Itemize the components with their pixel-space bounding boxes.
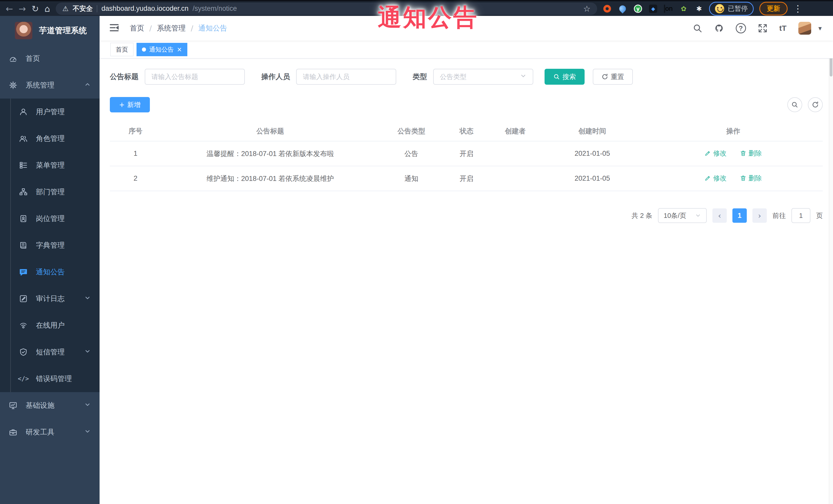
page-content: 公告标题 操作人员 类型 公告类型 搜索	[100, 58, 833, 504]
page-size-select[interactable]: 10条/页	[658, 208, 707, 223]
operator-filter-input[interactable]	[296, 69, 396, 85]
browser-update-button[interactable]: 更新	[759, 2, 788, 16]
type-filter-select[interactable]: 公告类型	[433, 69, 533, 85]
url-host: dashboard.yudao.iocoder.cn	[101, 5, 188, 13]
sidebar-item-roles[interactable]: 角色管理	[0, 125, 100, 152]
tab-notice[interactable]: 通知公告 ×	[137, 43, 187, 56]
close-icon[interactable]: ×	[177, 46, 182, 53]
forward-icon[interactable]: →	[19, 4, 26, 13]
search-icon[interactable]	[693, 23, 703, 33]
search-form: 公告标题 操作人员 类型 公告类型 搜索	[110, 69, 823, 85]
profile-chip[interactable]: 已暂停	[709, 2, 754, 16]
type-select-placeholder: 公告类型	[440, 72, 467, 81]
sidebar-item-users[interactable]: 用户管理	[0, 99, 100, 125]
extension-icon[interactable]	[618, 4, 627, 13]
sidebar-item-sms[interactable]: 短信管理	[0, 339, 100, 365]
edit-link[interactable]: 修改	[705, 174, 727, 183]
extension-icon[interactable]	[603, 4, 612, 13]
goto-page-input[interactable]	[791, 208, 810, 223]
caret-down-icon[interactable]: ▾	[818, 24, 822, 32]
sidebar-item-label: 用户管理	[36, 107, 65, 117]
profile-status-label: 已暂停	[728, 4, 748, 13]
sidebar-item-home[interactable]: 首页	[0, 45, 100, 72]
delete-link[interactable]: 删除	[740, 174, 762, 183]
toggle-search-button[interactable]	[787, 97, 802, 112]
total-count: 共 2 条	[632, 211, 652, 220]
next-page-button[interactable]: ›	[753, 208, 767, 223]
sidebar-item-audit-log[interactable]: 审计日志	[0, 285, 100, 312]
refresh-table-button[interactable]	[808, 97, 823, 112]
sidebar-item-label: 菜单管理	[36, 160, 65, 170]
github-icon[interactable]	[714, 23, 724, 33]
cell-creator	[490, 166, 541, 191]
sidebar-item-label: 基础设施	[26, 401, 54, 410]
tags-view-bar: 首页 通知公告 ×	[100, 41, 833, 58]
refresh-icon	[812, 101, 819, 108]
tab-home[interactable]: 首页	[110, 43, 134, 56]
col-creator: 创建者	[490, 121, 541, 141]
extension-icon[interactable]: y	[634, 4, 642, 13]
window-scrollbar[interactable]	[829, 16, 833, 504]
refresh-icon	[601, 73, 608, 80]
font-size-icon[interactable]: tT	[779, 24, 787, 32]
sidebar-item-dict[interactable]: 字典管理	[0, 232, 100, 259]
table-toolbar: + 新增	[110, 97, 823, 113]
bookmark-star-icon[interactable]: ☆	[583, 4, 591, 14]
extension-icon[interactable]: on	[664, 4, 673, 13]
sidebar-item-dev-tools[interactable]: 研发工具	[0, 419, 100, 446]
sidebar-item-notice[interactable]: 通知公告	[0, 259, 100, 285]
extension-icon[interactable]: ✿	[679, 4, 688, 13]
search-button[interactable]: 搜索	[545, 69, 585, 85]
delete-link[interactable]: 删除	[740, 149, 762, 158]
sidebar-item-system[interactable]: 系统管理	[0, 72, 100, 99]
sidebar-item-infrastructure[interactable]: 基础设施	[0, 392, 100, 419]
title-filter-input[interactable]	[145, 69, 245, 85]
prev-page-button[interactable]: ‹	[712, 208, 727, 223]
title-filter-label: 公告标题	[110, 72, 139, 81]
address-separator	[97, 5, 97, 12]
reload-icon[interactable]: ↻	[31, 4, 39, 13]
app-title: 芋道管理系统	[39, 25, 87, 36]
breadcrumb-home[interactable]: 首页	[130, 23, 144, 33]
home-icon[interactable]: ⌂	[45, 4, 50, 13]
shield-check-icon	[19, 347, 28, 357]
sidebar-item-error-codes[interactable]: </> 错误码管理	[0, 365, 100, 392]
chevron-down-icon	[84, 428, 91, 436]
sidebar-item-posts[interactable]: 岗位管理	[0, 205, 100, 232]
sidebar-item-label: 字典管理	[36, 240, 65, 250]
cell-type: 公告	[379, 141, 444, 166]
extensions-puzzle-icon[interactable]: ✱	[695, 4, 704, 13]
sidebar-item-menus[interactable]: 菜单管理	[0, 152, 100, 178]
chevron-down-icon	[695, 213, 701, 219]
sidebar-item-label: 系统管理	[26, 80, 54, 90]
add-button[interactable]: + 新增	[110, 97, 150, 113]
app-logo-row[interactable]: 芋道管理系统	[0, 16, 100, 45]
not-secure-warning-icon: ⚠	[62, 5, 69, 13]
cell-index: 2	[110, 166, 161, 191]
reset-button[interactable]: 重置	[593, 69, 633, 85]
online-users-icon	[19, 320, 28, 330]
browser-menu-icon[interactable]: ⋮	[793, 3, 803, 14]
sidebar-collapse-icon[interactable]	[109, 23, 120, 33]
table-row[interactable]: 1 温馨提醒：2018-07-01 若依新版本发布啦 公告 开启 2021-01…	[110, 141, 823, 166]
extension-icon[interactable]: ◆	[649, 5, 657, 13]
table-row[interactable]: 2 维护通知：2018-07-01 若依系统凌晨维护 通知 开启 2021-01…	[110, 166, 823, 191]
sidebar-item-label: 错误码管理	[36, 374, 72, 384]
sidebar-item-online-users[interactable]: 在线用户	[0, 312, 100, 339]
sidebar-item-departments[interactable]: 部门管理	[0, 178, 100, 205]
fullscreen-icon[interactable]	[758, 23, 767, 33]
sidebar-item-label: 角色管理	[36, 134, 65, 143]
cell-title: 温馨提醒：2018-07-01 若依新版本发布啦	[161, 141, 379, 166]
notice-message-icon	[19, 267, 28, 277]
annotation-overlay-text: 通知公告	[378, 2, 478, 33]
extensions-area: y ◆ on ✿ ✱	[603, 4, 704, 13]
edit-link[interactable]: 修改	[705, 149, 727, 158]
trash-icon	[740, 175, 746, 182]
address-bar[interactable]: ⚠ 不安全 dashboard.yudao.iocoder.cn/system/…	[56, 3, 597, 15]
help-icon[interactable]: ?	[736, 23, 746, 33]
back-icon[interactable]: ←	[6, 4, 13, 13]
breadcrumb-system[interactable]: 系统管理	[157, 23, 186, 33]
sidebar-item-label: 通知公告	[36, 267, 65, 277]
user-avatar[interactable]	[799, 22, 811, 34]
current-page-button[interactable]: 1	[732, 208, 747, 223]
